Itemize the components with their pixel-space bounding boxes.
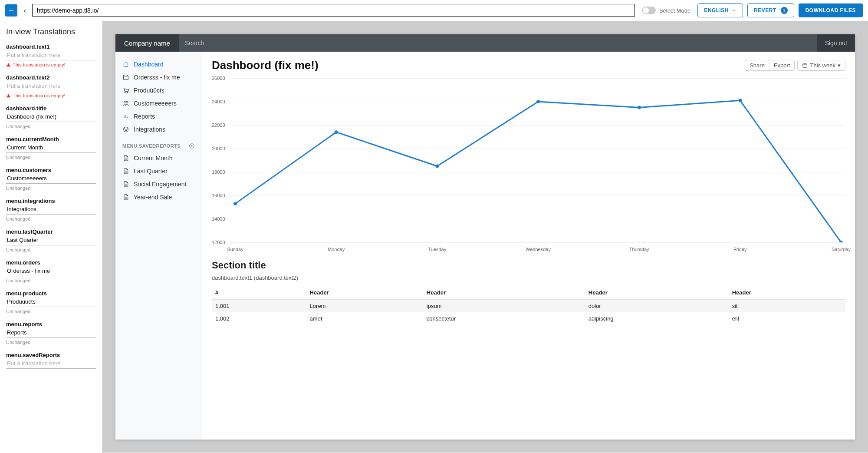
x-tick: Monday	[328, 247, 345, 252]
app-search	[179, 34, 817, 52]
y-tick: 18000	[212, 169, 225, 175]
nav-label: Current Month	[134, 155, 172, 162]
x-tick: Saturday	[832, 247, 851, 252]
nav-label: Last Quarter	[134, 168, 168, 175]
y-tick: 12000	[212, 240, 225, 245]
page-title: Dashboord (fix me!)	[212, 59, 319, 72]
translation-input[interactable]	[6, 297, 96, 307]
app-content: Dashboord (fix me!) Share Export This we…	[202, 52, 855, 440]
date-range-dropdown[interactable]: This week ▾	[797, 60, 845, 71]
y-tick: 22000	[212, 122, 225, 128]
translation-input[interactable]	[6, 142, 96, 153]
table-cell: 1,002	[212, 312, 306, 325]
translation-key: dashboard.text2	[6, 74, 96, 81]
table-row: 1,002ametconsecteturadipiscingelit	[212, 312, 845, 325]
translation-status: Unchanged	[6, 185, 96, 191]
translation-input[interactable]	[6, 358, 96, 369]
svg-point-2	[124, 101, 125, 103]
saved-report-item[interactable]: Year-end Sale	[115, 191, 202, 204]
back-button[interactable]: ‹	[22, 6, 28, 15]
table-cell: consectetur	[423, 312, 585, 325]
translation-input[interactable]	[6, 173, 96, 184]
warning-icon	[6, 93, 11, 98]
search-input[interactable]	[179, 34, 817, 52]
table-cell: 1,001	[212, 299, 306, 312]
saved-report-item[interactable]: Last Quarter	[115, 165, 202, 178]
nav-icon	[122, 100, 129, 107]
table-header: #	[212, 286, 306, 299]
x-tick: Sunday	[227, 247, 243, 252]
nav-item[interactable]: Ordersss - fix me	[115, 71, 202, 84]
translation-input[interactable]	[6, 235, 96, 245]
nav-icon	[122, 61, 129, 68]
grid-line	[231, 242, 845, 243]
table-cell: ipsum	[423, 299, 585, 312]
translation-status: Unchanged	[6, 216, 96, 222]
translation-key: menu.products	[6, 290, 96, 297]
svg-rect-5	[803, 64, 807, 68]
download-files-button[interactable]: DOWNLOAD FILES	[799, 3, 863, 17]
translations-panel: In-view Translations dashboard.text1This…	[0, 21, 102, 453]
table-header: Header	[306, 286, 423, 299]
translation-status: Unchanged	[6, 247, 96, 252]
table-header: Header	[585, 286, 729, 299]
x-tick: Friday	[733, 247, 747, 252]
svg-point-7	[335, 130, 338, 134]
translation-input[interactable]	[6, 50, 96, 60]
file-icon	[122, 194, 129, 201]
translation-input[interactable]	[6, 204, 96, 215]
sign-out-link[interactable]: Sign out	[817, 40, 855, 46]
svg-point-10	[638, 106, 641, 109]
revert-button[interactable]: REVERT 1	[747, 3, 794, 17]
date-range-label: This week	[810, 62, 835, 69]
translation-input[interactable]	[6, 112, 96, 122]
language-dropdown[interactable]: ENGLISH	[697, 3, 743, 17]
table-cell: elit	[729, 312, 845, 325]
company-name: Company name	[115, 40, 179, 47]
translation-status: Unchanged	[6, 340, 96, 345]
share-button[interactable]: Share	[745, 60, 769, 71]
export-button[interactable]: Export	[769, 60, 795, 71]
table-cell: Lorem	[306, 299, 423, 312]
url-input[interactable]	[32, 4, 635, 17]
hamburger-icon	[8, 7, 14, 13]
translation-input[interactable]	[6, 327, 96, 338]
table-header: Header	[423, 286, 585, 299]
embedded-app: Company name Sign out DashboardOrdersss …	[115, 34, 855, 440]
chevron-down-icon: ▾	[838, 62, 841, 69]
y-tick: 20000	[212, 146, 225, 151]
page-actions: Share Export This week ▾	[745, 60, 845, 71]
nav-item[interactable]: Customeeeeers	[115, 97, 202, 110]
nav-icon	[122, 113, 129, 120]
saved-report-item[interactable]: Social Engagement	[115, 178, 202, 191]
translation-status: Unchanged	[6, 309, 96, 314]
nav-icon	[122, 126, 129, 133]
translation-status: Unchanged	[6, 155, 96, 160]
nav-icon	[122, 74, 129, 81]
x-tick: Thursday	[629, 247, 649, 252]
app-header: Company name Sign out	[115, 34, 855, 52]
chevron-down-icon	[731, 8, 736, 13]
nav-item[interactable]: Dashboard	[115, 58, 202, 71]
app-body: DashboardOrdersss - fix meProduüüctsCust…	[115, 52, 855, 440]
translation-input[interactable]	[6, 266, 96, 276]
section-subtext: dashboard.text1 (dashboard.text2)	[212, 274, 845, 281]
topbar: ‹ Select Mode ENGLISH REVERT 1 DOWNLOAD …	[0, 0, 868, 21]
translation-key: menu.customers	[6, 167, 96, 173]
hamburger-menu-button[interactable]	[5, 4, 17, 17]
select-mode-toggle[interactable]: Select Mode	[639, 7, 693, 14]
translation-input[interactable]	[6, 81, 96, 91]
table-header: Header	[729, 286, 845, 299]
nav-item[interactable]: Reports	[115, 110, 202, 123]
saved-reports-label: MENU.SAVEDREPORTS	[122, 143, 181, 149]
nav-item[interactable]: Produüücts	[115, 84, 202, 97]
nav-label: Ordersss - fix me	[134, 74, 180, 81]
translation-key: menu.lastQuarter	[6, 228, 96, 235]
add-icon[interactable]	[189, 143, 195, 149]
saved-report-item[interactable]: Current Month	[115, 152, 202, 165]
file-icon	[122, 168, 129, 175]
translation-key: menu.currentMonth	[6, 136, 96, 142]
table-cell: amet	[306, 312, 423, 325]
nav-item[interactable]: Integrations	[115, 123, 202, 136]
nav-label: Reports	[134, 113, 155, 120]
